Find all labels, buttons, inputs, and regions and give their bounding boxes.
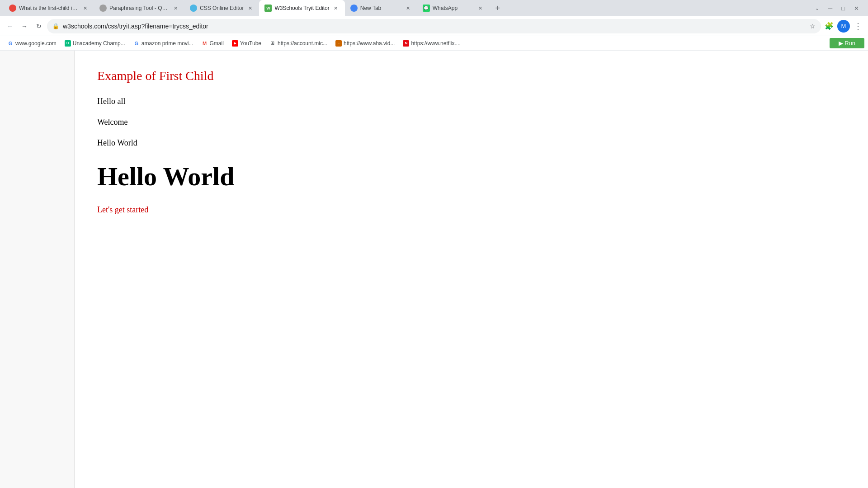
bookmark-microsoft[interactable]: ⊞ https://account.mic... — [266, 38, 331, 48]
preview-para1: Hello all — [97, 97, 845, 106]
preview-para-red: Let's get started — [97, 205, 845, 215]
back-button[interactable]: ← — [4, 20, 16, 33]
left-sidebar-panel — [0, 51, 75, 488]
tab-w3schools-tryit[interactable]: W W3Schools Tryit Editor ✕ — [259, 0, 344, 16]
tab5-close[interactable]: ✕ — [405, 5, 412, 12]
tab5-favicon — [350, 5, 358, 12]
address-bar[interactable]: 🔒 w3schools.com/css/tryit.asp?filename=t… — [47, 19, 821, 33]
maximize-button[interactable]: □ — [840, 3, 847, 14]
bookmark-aha-label: https://www.aha.vid... — [344, 40, 395, 47]
preview-h1: Hello World — [97, 161, 845, 192]
tab5-label: New Tab — [360, 5, 402, 11]
bookmark-amazon[interactable]: G amazon prime movi... — [130, 38, 197, 48]
tab3-label: CSS Online Editor — [200, 5, 244, 11]
refresh-button[interactable]: ↻ — [33, 20, 45, 33]
tab-css-online-editor[interactable]: CSS Online Editor ✕ — [184, 0, 259, 16]
menu-button[interactable]: ⋮ — [852, 20, 864, 33]
url-text: w3schools.com/css/tryit.asp?filename=try… — [63, 23, 806, 30]
browser-content: Example of First Child Hello all Welcome… — [0, 51, 868, 488]
tab2-close[interactable]: ✕ — [172, 5, 179, 12]
google-favicon: G — [7, 40, 14, 47]
preview-para2: Welcome — [97, 117, 845, 127]
bookmark-gmail[interactable]: M Gmail — [198, 38, 227, 48]
bookmarks-bar: G www.google.com U Unacademy Champ... G … — [0, 36, 868, 51]
aha-favicon: ~ — [335, 40, 342, 47]
tab2-label: Paraphrasing Tool - Quill... — [109, 5, 169, 11]
tab-whatsapp[interactable]: 💬 WhatsApp ✕ — [417, 0, 490, 16]
toolbar: ← → ↻ 🔒 w3schools.com/css/tryit.asp?file… — [0, 16, 868, 36]
extensions-button[interactable]: 🧩 — [823, 20, 835, 33]
tab6-favicon: 💬 — [423, 5, 430, 12]
tab3-favicon — [190, 5, 197, 12]
bookmark-unacademy[interactable]: U Unacademy Champ... — [61, 38, 129, 48]
bookmark-microsoft-label: https://account.mic... — [278, 40, 327, 47]
tab4-close[interactable]: ✕ — [332, 5, 340, 12]
preview-para3: Hello World — [97, 138, 845, 148]
amazon-favicon: G — [133, 40, 140, 47]
run-button[interactable]: ▶ Run — [830, 38, 864, 48]
tab-paraphrasing[interactable]: Paraphrasing Tool - Quill... ✕ — [94, 0, 184, 16]
tab4-favicon: W — [264, 5, 272, 12]
bookmark-gmail-label: Gmail — [209, 40, 223, 47]
tab4-label: W3Schools Tryit Editor — [274, 5, 329, 11]
tab-new-tab[interactable]: New Tab ✕ — [345, 0, 417, 16]
bookmark-youtube-label: YouTube — [240, 40, 261, 47]
tab1-favicon — [9, 5, 16, 12]
bookmark-youtube[interactable]: ▶ YouTube — [228, 38, 265, 48]
bookmark-star-icon[interactable]: ☆ — [810, 23, 816, 30]
tab-what-is-first-child[interactable]: What is the first-child in ... ✕ — [4, 0, 94, 16]
unacademy-favicon: U — [65, 40, 71, 47]
new-tab-button[interactable]: + — [491, 2, 504, 14]
tab3-close[interactable]: ✕ — [246, 5, 254, 12]
bookmark-netflix-label: https://www.netflix.... — [411, 40, 460, 47]
microsoft-favicon: ⊞ — [269, 40, 276, 47]
tab1-close[interactable]: ✕ — [81, 5, 89, 12]
profile-avatar: M — [837, 20, 850, 33]
gmail-favicon: M — [201, 40, 208, 47]
window-controls: ⌄ ─ □ ✕ — [813, 3, 864, 14]
toolbar-actions: 🧩 M ⋮ — [823, 20, 864, 33]
tab6-close[interactable]: ✕ — [477, 5, 484, 12]
lock-icon: 🔒 — [52, 23, 59, 29]
preview-heading: Example of First Child — [97, 69, 845, 83]
tab1-label: What is the first-child in ... — [19, 5, 79, 11]
tab-list-button[interactable]: ⌄ — [813, 4, 821, 13]
bookmark-netflix[interactable]: N https://www.netflix.... — [399, 38, 464, 48]
bookmark-unacademy-label: Unacademy Champ... — [73, 40, 125, 47]
netflix-favicon: N — [403, 40, 409, 47]
profile-button[interactable]: M — [837, 20, 850, 33]
bookmark-google[interactable]: G www.google.com — [4, 38, 60, 48]
youtube-favicon: ▶ — [232, 40, 238, 47]
forward-button[interactable]: → — [18, 20, 31, 33]
title-bar: What is the first-child in ... ✕ Paraphr… — [0, 0, 868, 16]
preview-area: Example of First Child Hello all Welcome… — [75, 51, 868, 488]
tab2-favicon — [99, 5, 107, 12]
minimize-button[interactable]: ─ — [826, 3, 834, 14]
bookmark-aha[interactable]: ~ https://www.aha.vid... — [332, 38, 398, 48]
bookmark-amazon-label: amazon prime movi... — [142, 40, 193, 47]
tab6-label: WhatsApp — [433, 5, 474, 11]
bookmark-google-label: www.google.com — [15, 40, 57, 47]
close-button[interactable]: ✕ — [852, 3, 861, 14]
